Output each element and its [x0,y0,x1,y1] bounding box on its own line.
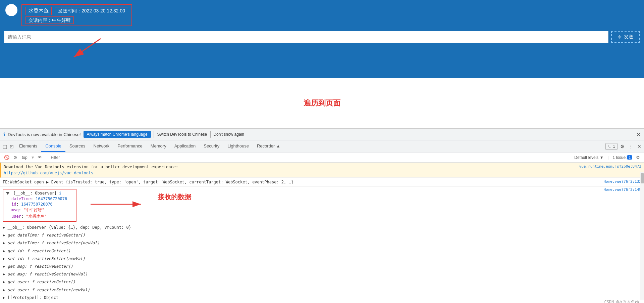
send-icon: ✈ [618,34,622,40]
tab-network[interactable]: Network [90,141,114,152]
console-toolbar: 🚫 ⊘ top ▼ 👁 Default levels ▼ | 1 Issue: … [0,153,644,163]
notification-close-button[interactable]: ✕ [636,131,641,138]
devtools-scrollbar[interactable] [640,172,644,300]
obj-row-msg: msg: "中午好呀" [6,207,73,213]
settings-icon[interactable]: ⚙ [619,142,626,150]
source-link-home2[interactable]: Home.vue?76f2:149 [603,187,641,192]
tab-lighthouse[interactable]: Lighthouse [223,141,253,152]
top-selector[interactable]: top [20,155,30,161]
tab-recorder[interactable]: Recorder ▲ [253,141,284,152]
obj-row-user: user: "水香木鱼" [6,213,73,220]
user-name: 水香木鱼 [25,7,52,15]
tab-performance[interactable]: Performance [113,141,146,152]
devtools-area: ℹ DevTools is now available in Chinese! … [0,128,644,303]
dont-show-link[interactable]: Don't show again [213,132,244,137]
clear-console-button[interactable]: 🚫 [3,154,11,161]
inspect-icon[interactable]: ⬚ [1,142,8,150]
console-line-get-datetime: ▶ get dateTime: f reactiveGetter() [0,231,644,239]
white-area: 遍历到页面 [0,78,644,128]
tab-sources[interactable]: Sources [65,141,90,152]
message-input[interactable] [4,31,608,43]
tab-application[interactable]: Application [170,141,200,152]
tab-console[interactable]: Console [41,141,65,152]
issues-count: 1 Issue: 1 [612,155,632,160]
app-area: 水香木鱼 发送时间：2022-03-20 12:32:00 会话内容：中午好呀 … [0,0,644,78]
object-tree: {__ob__: Observer} ℹ dateTime: 164775072… [3,189,76,222]
more-icon[interactable]: ⋮ [627,142,635,150]
obj-row-datetime: dateTime: 1647750720076 [6,196,73,202]
csdn-watermark: CSDN @水香木鱼ゆ_ [604,299,641,303]
console-line-set-msg: ▶ set msg: f reactiveSetter(newVal) [0,270,644,278]
tab-memory[interactable]: Memory [147,141,170,152]
console-message-vue: vue.runtime.esm.js?2b0e:8473 Download th… [0,163,644,178]
console-line-get-msg: ▶ get msg: f reactiveGetter() [0,263,644,270]
devtools-tabs: ⬚ ⊡ Elements Console Sources Network Per… [0,140,644,153]
settings-gear-icon[interactable]: ⚙ [635,154,641,161]
object-tree-row: Home.vue?76f2:149 {__ob__: Observer} ℹ d… [0,187,644,223]
filter-input[interactable] [49,155,573,161]
console-line-prototype: ▶ [[Prototype]]: Object [0,294,644,302]
vue-devtools-link[interactable]: https://github.com/vuejs/vue-devtools [4,170,641,176]
received-data-annotation: 接收的数据 [158,192,191,202]
console-line-set-id: ▶ set id: f reactiveSetter(newVal) [0,255,644,263]
source-link-home1[interactable]: Home.vue?76f2:132 [603,179,641,185]
app-logo [5,4,17,16]
obj-row-id: id: 1647750720076 [6,202,73,207]
console-line-get-id: ▶ get id: f reactiveGetter() [0,247,644,255]
filter-button[interactable]: ⊘ [12,154,18,161]
tab-elements[interactable]: Elements [15,141,41,152]
issues-number: 1 [627,155,632,160]
send-button[interactable]: ✈ 发送 [611,31,640,43]
websocket-text: FE:WebSocket open ▶ Event {isTrusted: tr… [3,180,293,184]
page-wrapper: 水香木鱼 发送时间：2022-03-20 12:32:00 会话内容：中午好呀 … [0,0,644,303]
console-line-get-user: ▶ get user: f reactiveGetter() [0,278,644,286]
eye-icon[interactable]: 👁 [36,154,43,161]
source-link-vue[interactable]: vue.runtime.esm.js?2b0e:8473 [579,164,641,170]
console-content[interactable]: vue.runtime.esm.js?2b0e:8473 Download th… [0,163,644,303]
close-devtools-button[interactable]: ✕ [636,142,643,150]
issues-badge: 🗨 1 [605,143,618,150]
devtools-panel: ℹ DevTools is now available in Chinese! … [0,128,644,303]
scroll-thumb[interactable] [641,173,644,183]
devtools-notification: ℹ DevTools is now available in Chinese! … [0,129,644,140]
obj-header: {__ob__: Observer} ℹ [6,191,73,196]
tab-icons: 🗨 1 ⚙ ⋮ ✕ [605,142,643,150]
match-language-button[interactable]: Always match Chrome's language [84,131,151,138]
tab-security[interactable]: Security [200,141,223,152]
page-annotation: 遍历到页面 [304,98,340,108]
message-box: 水香木鱼 发送时间：2022-03-20 12:32:00 会话内容：中午好呀 [21,4,132,26]
console-line-ob: ▶ __ob__: Observer {value: {…}, dep: Dep… [0,224,644,231]
send-time: 发送时间：2022-03-20 12:32:00 [55,7,128,15]
info-icon: ℹ [3,132,5,137]
svg-point-1 [10,8,12,10]
default-levels[interactable]: Default levels ▼ [574,155,603,160]
expand-arrow[interactable] [6,192,9,195]
console-line-set-user: ▶ set user: f reactiveSetter(newVal) [0,286,644,294]
console-message-websocket: Home.vue?76f2:132 FE:WebSocket open ▶ Ev… [0,178,644,187]
device-icon[interactable]: ⊡ [8,142,15,150]
console-line-set-datetime: ▶ set dateTime: f reactiveSetter(newVal) [0,239,644,247]
message-content: 会话内容：中午好呀 [25,16,74,24]
input-area: ✈ 发送 [0,28,644,46]
switch-devtools-button[interactable]: Switch DevTools to Chinese [154,131,211,138]
